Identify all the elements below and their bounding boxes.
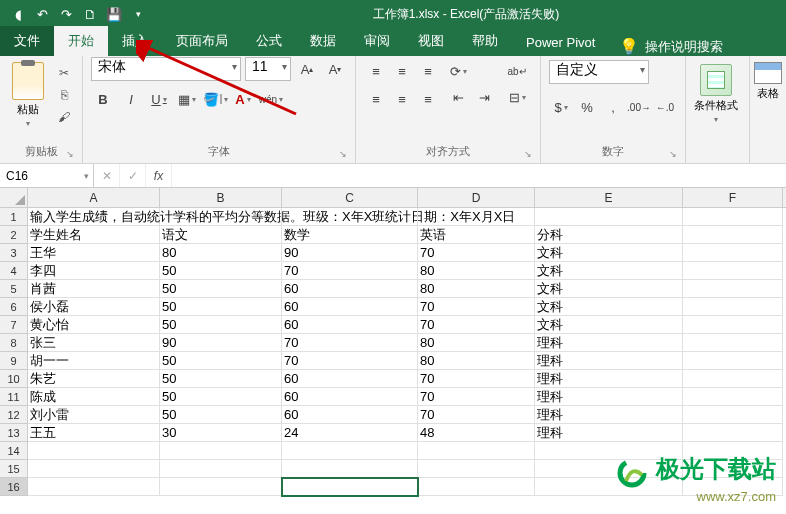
cell[interactable]: 朱艺 [28, 370, 160, 388]
cell[interactable]: 文科 [535, 244, 683, 262]
format-table-button[interactable]: 表格 [754, 60, 782, 101]
cell[interactable]: 80 [418, 334, 535, 352]
border-button[interactable]: ▦ [175, 88, 199, 110]
row-header[interactable]: 14 [0, 442, 28, 460]
paste-button[interactable]: 粘贴 ▾ [8, 60, 48, 130]
cell[interactable]: 70 [282, 352, 418, 370]
cell[interactable]: 理科 [535, 352, 683, 370]
comma-button[interactable]: , [601, 96, 625, 118]
cell[interactable] [418, 460, 535, 478]
font-family-select[interactable]: 宋体 [91, 57, 241, 81]
new-doc-icon[interactable]: 🗋 [82, 6, 98, 22]
launcher-icon[interactable]: ↘ [669, 149, 677, 159]
cell[interactable]: 50 [160, 352, 282, 370]
font-color-button[interactable]: A [231, 88, 255, 110]
tell-me-search[interactable]: 💡 操作说明搜索 [619, 37, 723, 56]
cell[interactable] [28, 478, 160, 496]
cell[interactable]: 输入学生成绩，自动统计学科的平均分等数据。班级：X年X班统计日期：X年X月X日 [28, 208, 160, 226]
cell[interactable]: 70 [282, 334, 418, 352]
tab-formulas[interactable]: 公式 [242, 26, 296, 56]
cell[interactable]: 80 [418, 352, 535, 370]
cell[interactable]: 王五 [28, 424, 160, 442]
cell[interactable]: 胡一一 [28, 352, 160, 370]
cell[interactable]: 50 [160, 388, 282, 406]
cell[interactable]: 80 [160, 244, 282, 262]
font-size-select[interactable]: 11 [245, 57, 291, 81]
col-header[interactable]: D [418, 188, 535, 207]
cell[interactable]: 刘小雷 [28, 406, 160, 424]
cell[interactable] [160, 442, 282, 460]
row-header[interactable]: 13 [0, 424, 28, 442]
cell[interactable]: 48 [418, 424, 535, 442]
cell[interactable]: 分科 [535, 226, 683, 244]
cell[interactable] [282, 208, 418, 226]
format-painter-icon[interactable]: 🖌 [54, 108, 74, 126]
cell[interactable]: 30 [160, 424, 282, 442]
row-header[interactable]: 11 [0, 388, 28, 406]
cell[interactable]: 文科 [535, 316, 683, 334]
orientation-button[interactable]: ⟳ [446, 60, 470, 82]
cut-icon[interactable]: ✂ [54, 64, 74, 82]
align-left-icon[interactable]: ≡ [364, 88, 388, 110]
cell[interactable] [282, 460, 418, 478]
cell[interactable]: 90 [282, 244, 418, 262]
cell[interactable]: 60 [282, 370, 418, 388]
cell[interactable] [683, 352, 783, 370]
col-header[interactable]: B [160, 188, 282, 207]
cell[interactable]: 60 [282, 388, 418, 406]
align-center-icon[interactable]: ≡ [390, 88, 414, 110]
cell[interactable]: 陈成 [28, 388, 160, 406]
cell[interactable]: 文科 [535, 262, 683, 280]
wrap-text-button[interactable]: ab↵ [502, 60, 532, 82]
row-header[interactable]: 5 [0, 280, 28, 298]
fill-color-button[interactable]: 🪣 [203, 88, 227, 110]
cell[interactable]: 50 [160, 370, 282, 388]
cell[interactable]: 60 [282, 406, 418, 424]
conditional-format-button[interactable]: 条件格式 ▾ [694, 60, 738, 124]
cell[interactable]: 50 [160, 298, 282, 316]
cell[interactable] [418, 478, 535, 496]
save-icon[interactable]: 💾 [106, 6, 122, 22]
cell[interactable]: 语文 [160, 226, 282, 244]
formula-input[interactable] [172, 164, 786, 187]
row-header[interactable]: 9 [0, 352, 28, 370]
cell[interactable] [683, 280, 783, 298]
cell[interactable] [683, 406, 783, 424]
tab-file[interactable]: 文件 [0, 26, 54, 56]
cell[interactable] [683, 298, 783, 316]
tab-help[interactable]: 帮助 [458, 26, 512, 56]
cell[interactable]: 80 [418, 262, 535, 280]
col-header[interactable]: E [535, 188, 683, 207]
cell[interactable]: 黄心怡 [28, 316, 160, 334]
autosave-toggle-icon[interactable]: ◖ [10, 6, 26, 22]
cell[interactable]: 肖茜 [28, 280, 160, 298]
tab-view[interactable]: 视图 [404, 26, 458, 56]
cell[interactable]: 李四 [28, 262, 160, 280]
cell[interactable] [683, 334, 783, 352]
row-header[interactable]: 2 [0, 226, 28, 244]
align-top-icon[interactable]: ≡ [364, 60, 388, 82]
increase-decimal-icon[interactable]: .00→ [627, 96, 651, 118]
cell[interactable]: 70 [418, 406, 535, 424]
cell[interactable]: 理科 [535, 370, 683, 388]
col-header[interactable]: A [28, 188, 160, 207]
launcher-icon[interactable]: ↘ [66, 149, 74, 159]
merge-center-button[interactable]: ⊟ [502, 86, 532, 108]
cell[interactable] [28, 460, 160, 478]
confirm-icon[interactable]: ✓ [120, 164, 146, 187]
row-header[interactable]: 3 [0, 244, 28, 262]
bold-button[interactable]: B [91, 88, 115, 110]
cell[interactable]: 理科 [535, 424, 683, 442]
row-header[interactable]: 15 [0, 460, 28, 478]
qat-customize-icon[interactable]: ▾ [130, 6, 146, 22]
row-header[interactable]: 4 [0, 262, 28, 280]
launcher-icon[interactable]: ↘ [339, 149, 347, 159]
select-all-corner[interactable] [0, 188, 28, 207]
decrease-indent-icon[interactable]: ⇤ [446, 86, 470, 108]
launcher-icon[interactable]: ↘ [524, 149, 532, 159]
cell[interactable] [418, 208, 535, 226]
align-middle-icon[interactable]: ≡ [390, 60, 414, 82]
tab-review[interactable]: 审阅 [350, 26, 404, 56]
cell[interactable]: 70 [418, 244, 535, 262]
cell[interactable] [683, 316, 783, 334]
